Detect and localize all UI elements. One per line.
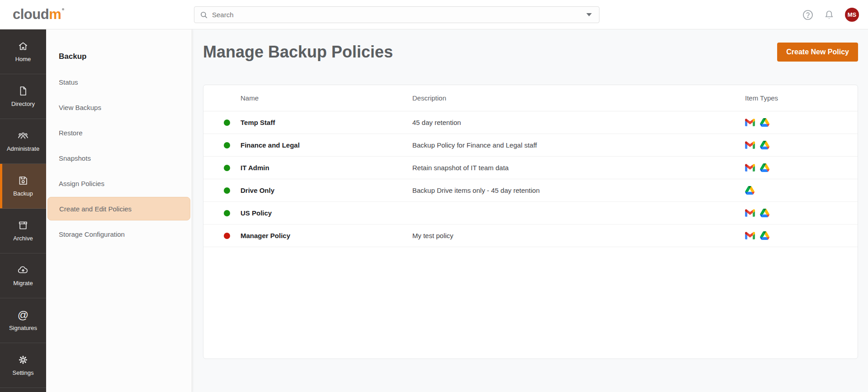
drive-icon [760, 231, 769, 240]
item-type-icons [745, 141, 858, 149]
subnav-item-restore[interactable]: Restore [46, 120, 192, 145]
at-sign-icon: @ [18, 310, 28, 320]
help-icon[interactable] [802, 10, 813, 20]
policy-name: Finance and Legal [241, 141, 412, 149]
logo-dot [62, 8, 64, 10]
archive-box-icon [18, 220, 28, 231]
policy-description: Retain snapshot of IT team data [412, 164, 745, 172]
subnav-item-storage-configuration[interactable]: Storage Configuration [46, 221, 192, 247]
policy-row[interactable]: Drive Only Backup Drive items only - 45 … [203, 179, 858, 202]
app-logo: cloudm [13, 6, 61, 23]
subnav-item-assign-policies[interactable]: Assign Policies [46, 171, 192, 196]
search-dropdown-caret[interactable] [586, 13, 592, 16]
item-type-icons [745, 186, 858, 195]
notifications-bell-icon[interactable] [824, 10, 835, 20]
status-dot [224, 210, 230, 216]
drive-icon [760, 163, 769, 172]
drive-icon [745, 186, 755, 195]
policy-description: Backup Drive items only - 45 day retenti… [412, 186, 745, 194]
status-dot [224, 120, 230, 126]
people-icon [17, 130, 29, 141]
page-title: Manage Backup Policies [203, 42, 393, 62]
sidebar-item-label: Administrate [7, 145, 39, 152]
gmail-icon [745, 209, 755, 217]
drive-icon [760, 209, 769, 217]
gear-icon [18, 354, 28, 365]
subnav-item-status[interactable]: Status [46, 69, 192, 95]
floppy-disk-icon [18, 175, 28, 186]
policy-name: Manager Policy [241, 232, 412, 239]
user-avatar[interactable]: MS [845, 8, 859, 22]
sidebar-item-label: Archive [13, 235, 33, 242]
policy-description: 45 day retention [412, 119, 745, 126]
drive-icon [760, 141, 769, 149]
sidebar-item-migrate[interactable]: Migrate [0, 253, 46, 298]
sidebar-item-backup[interactable]: Backup [0, 164, 46, 209]
subnav-heading: Backup [46, 51, 192, 62]
status-dot [224, 233, 230, 239]
global-search [194, 6, 599, 23]
item-type-icons [745, 163, 858, 172]
sidebar-item-label: Home [15, 56, 31, 62]
subnav-item-create-and-edit-policies[interactable]: Create and Edit Policies [47, 197, 190, 220]
document-icon [18, 86, 28, 96]
column-header-item-types: Item Types [745, 94, 858, 102]
item-type-icons [745, 209, 858, 217]
sidebar-item-archive[interactable]: Archive [0, 209, 46, 253]
table-header-row: Name Description Item Types [203, 85, 858, 111]
gmail-icon [745, 164, 755, 172]
logo-text-cloud: cloud [13, 6, 49, 22]
sidebar-item-home[interactable]: Home [0, 29, 46, 74]
status-dot [224, 165, 230, 171]
item-type-icons [745, 231, 858, 240]
sidebar-item-label: Backup [13, 190, 33, 197]
policy-row[interactable]: Manager Policy My test policy [203, 225, 858, 247]
drive-icon [760, 118, 769, 127]
sidebar-item-label: Directory [11, 100, 35, 107]
gmail-icon [745, 141, 755, 149]
sidebar-item-label: Migrate [13, 280, 33, 287]
policy-name: Drive Only [241, 186, 412, 194]
policy-row[interactable]: IT Admin Retain snapshot of IT team data [203, 157, 858, 179]
sidebar-item-settings[interactable]: Settings [0, 343, 46, 388]
policies-table: Name Description Item Types Temp Staff 4… [203, 85, 858, 359]
policy-description: My test policy [412, 232, 745, 239]
policy-row[interactable]: US Policy [203, 202, 858, 225]
column-header-name: Name [241, 94, 412, 102]
column-header-description: Description [412, 94, 745, 102]
top-bar: cloudm MS [0, 0, 868, 29]
sidebar-item-signatures[interactable]: @ Signatures [0, 298, 46, 343]
sidebar-item-directory[interactable]: Directory [0, 74, 46, 119]
search-icon [200, 11, 208, 19]
logo-text-m: m [49, 6, 61, 22]
subnav-item-view-backups[interactable]: View Backups [46, 95, 192, 120]
status-dot [224, 187, 230, 194]
policy-name: IT Admin [241, 164, 412, 172]
status-dot [224, 142, 230, 148]
gmail-icon [745, 232, 755, 239]
sidebar-item-label: Signatures [9, 325, 37, 331]
policy-row[interactable]: Temp Staff 45 day retention [203, 111, 858, 134]
create-new-policy-button[interactable]: Create New Policy [777, 43, 858, 62]
gmail-icon [745, 119, 755, 126]
search-input[interactable] [212, 7, 586, 23]
home-icon [18, 41, 28, 52]
policy-name: US Policy [241, 209, 412, 217]
policy-row[interactable]: Finance and Legal Backup Policy for Fina… [203, 134, 858, 157]
table-body: Temp Staff 45 day retention Finance and … [203, 111, 858, 247]
policy-name: Temp Staff [241, 119, 412, 126]
sidebar-item-label: Settings [13, 369, 34, 376]
backup-subnav: Backup Status View Backups Restore Snaps… [46, 29, 192, 392]
primary-sidebar: Home Directory Administrate Backup Archi… [0, 29, 46, 392]
sidebar-item-administrate[interactable]: Administrate [0, 119, 46, 164]
cloud-upload-icon [17, 265, 29, 276]
policy-description: Backup Policy for Finance and Legal staf… [412, 141, 745, 149]
subnav-item-snapshots[interactable]: Snapshots [46, 145, 192, 171]
main-content: Manage Backup Policies Create New Policy… [192, 29, 868, 392]
item-type-icons [745, 118, 858, 127]
